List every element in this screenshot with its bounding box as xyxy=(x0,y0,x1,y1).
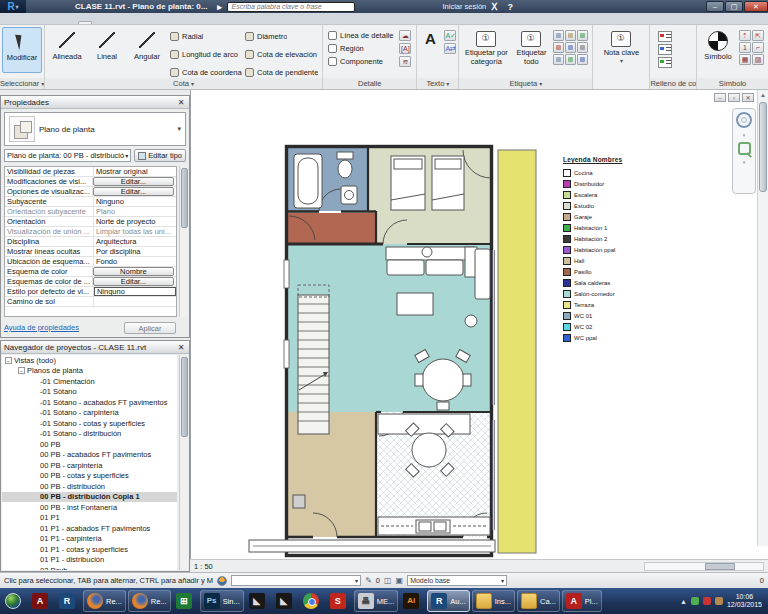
tree-item[interactable]: 01 P1 - cotas y superficies xyxy=(2,544,177,555)
property-row[interactable]: Orientación subyacente Plano xyxy=(5,207,176,217)
tag-tool-icon[interactable] xyxy=(553,42,564,53)
tag-tool-icon[interactable] xyxy=(565,30,576,41)
taskbar-item[interactable]: A Pl... xyxy=(562,590,602,612)
panel-label-simbolo[interactable]: Símbolo xyxy=(697,78,768,89)
detail-group-icon[interactable]: [A] xyxy=(399,43,411,54)
view-control-icon[interactable] xyxy=(272,561,283,571)
tray-volume-icon[interactable] xyxy=(703,597,711,605)
minimize-button[interactable]: – xyxy=(706,1,724,12)
find-replace-icon[interactable]: A⇄ xyxy=(444,43,456,54)
property-value[interactable]: Editar... xyxy=(93,177,174,186)
taskbar-item[interactable]: ◣ xyxy=(273,590,298,612)
property-row[interactable]: Modificaciones de visi... Editar... xyxy=(5,177,176,187)
clock[interactable]: 10:06 12/03/2015 xyxy=(727,593,762,609)
taskbar-item[interactable]: ◣ xyxy=(246,590,271,612)
property-row[interactable]: Esquemas de color de ... Editar... xyxy=(5,277,176,287)
tag-tool-icon[interactable] xyxy=(553,30,564,41)
property-row[interactable]: Orientación Norte de proyecto xyxy=(5,217,176,227)
tree-item[interactable]: 01 P1 - distribución xyxy=(2,555,177,566)
dimension-small-tool[interactable]: Longitud de arco xyxy=(170,50,242,59)
tray-expand-icon[interactable]: ▲ xyxy=(680,598,687,605)
view-restore-icon[interactable]: ▫ xyxy=(728,93,740,102)
tree-item[interactable]: 00 PB - distribución Copia 1 xyxy=(2,492,177,503)
tree-item[interactable]: − Planos de planta xyxy=(2,366,177,377)
ribbon-tab[interactable] xyxy=(78,21,92,24)
ribbon-tab[interactable] xyxy=(116,22,128,24)
ribbon-tab[interactable] xyxy=(104,22,116,24)
area-icon[interactable]: 1 xyxy=(739,42,751,53)
panel-label-texto[interactable]: Texto xyxy=(417,78,458,89)
search-input[interactable] xyxy=(227,2,355,12)
worksets-icon[interactable] xyxy=(217,576,227,586)
dimension-small-tool[interactable]: Radial xyxy=(170,32,242,41)
view-control-icon[interactable] xyxy=(324,561,335,571)
ribbon-tab[interactable] xyxy=(42,22,54,24)
tag-tool-icon[interactable] xyxy=(577,42,588,53)
panel-label-cota[interactable]: Cota xyxy=(45,78,322,89)
tag-tool-icon[interactable] xyxy=(553,54,564,65)
properties-help-link[interactable]: Ayuda de propiedades xyxy=(4,323,79,332)
view-minimize-icon[interactable]: ‒ xyxy=(714,93,726,102)
text-tool-button[interactable]: A xyxy=(419,27,441,78)
ribbon-tab[interactable] xyxy=(164,22,176,24)
property-value[interactable]: Por disciplina xyxy=(94,247,176,256)
scrollbar-thumb[interactable] xyxy=(181,357,188,437)
tree-expander[interactable]: − xyxy=(5,357,12,364)
color-fill-legend-icon[interactable] xyxy=(658,57,672,68)
zoom-icon[interactable] xyxy=(738,142,751,155)
keynote-button[interactable]: Nota clave ▾ xyxy=(595,27,647,78)
view-scale[interactable]: 1 : 50 xyxy=(194,562,213,571)
main-model-icon[interactable]: ▣ xyxy=(396,576,404,585)
spell-check-icon[interactable]: A✓ xyxy=(444,30,456,41)
dimension-tool-button[interactable]: Angular xyxy=(127,27,167,78)
type-selector[interactable]: Plano de planta ▾ xyxy=(4,112,186,146)
tree-item[interactable]: 00 PB - acabados FT pavimentos xyxy=(2,450,177,461)
panel-label-relleno[interactable]: Relleno de color xyxy=(650,78,696,89)
property-value[interactable]: Nombre xyxy=(93,267,174,276)
ribbon-tab[interactable] xyxy=(152,22,164,24)
scrollbar-thumb[interactable] xyxy=(759,102,767,192)
tree-item[interactable]: -01 Sótano - acabados FT pavimentos xyxy=(2,397,177,408)
maximize-button[interactable]: ▢ xyxy=(725,1,743,12)
properties-header[interactable]: Propiedades ✕ xyxy=(1,96,189,109)
property-row[interactable]: Mostrar líneas ocultas Por disciplina xyxy=(5,247,176,257)
view-control-icon[interactable] xyxy=(350,561,361,571)
property-row[interactable]: Esquema de color Nombre xyxy=(5,267,176,277)
tree-item[interactable]: -01 Cimentación xyxy=(2,376,177,387)
canvas-vertical-scrollbar[interactable]: ▲ xyxy=(757,90,768,546)
detail-tool[interactable]: Línea de detalle xyxy=(328,31,393,40)
view-close-icon[interactable]: ✕ xyxy=(742,93,754,102)
taskbar-item[interactable]: Re... xyxy=(83,590,126,612)
dimension-tool-button[interactable]: Lineal xyxy=(87,27,127,78)
insulation-icon[interactable]: ≋ xyxy=(399,56,411,67)
duct-legend-icon[interactable] xyxy=(658,31,672,42)
property-value[interactable]: Editar... xyxy=(93,277,174,286)
multi-rebar-icon[interactable]: ▨ xyxy=(752,54,764,65)
panel-label-detalle[interactable]: Detalle xyxy=(323,78,416,89)
view-control-icon[interactable] xyxy=(298,561,309,571)
view-control-icon[interactable] xyxy=(246,561,257,571)
tag-all-button[interactable]: Etiquetar todo xyxy=(511,27,551,78)
scrollbar-thumb[interactable] xyxy=(705,563,735,570)
property-value[interactable]: Norte de proyecto xyxy=(94,217,176,226)
tree-item[interactable]: -01 Sótano - distribución xyxy=(2,429,177,440)
ribbon-tab[interactable] xyxy=(140,22,152,24)
view-control-icon[interactable] xyxy=(220,561,231,571)
rebar-icon[interactable]: ▦ xyxy=(739,54,751,65)
scroll-up-arrow[interactable]: ▲ xyxy=(758,90,768,101)
tree-item[interactable]: 01 P1 - acabados FT pavimentos xyxy=(2,523,177,534)
property-value[interactable]: Editar... xyxy=(93,187,174,196)
tree-item[interactable]: 02 Pcub xyxy=(2,565,177,570)
panel-label-etiqueta[interactable]: Etiqueta xyxy=(459,78,592,89)
property-value[interactable]: Arquitectura xyxy=(94,237,176,246)
drawing-area[interactable]: Leyenda Nombres Cocina Distribuidor Esca… xyxy=(190,90,768,559)
browser-scrollbar[interactable] xyxy=(179,355,188,570)
property-value[interactable]: Ninguno xyxy=(94,197,176,206)
view-control-icon[interactable] xyxy=(285,561,296,571)
tree-item[interactable]: 00 PB - cotas y superficies xyxy=(2,471,177,482)
property-row[interactable]: Ubicación de esquema... Fondo xyxy=(5,257,176,267)
view-control-icon[interactable] xyxy=(259,561,270,571)
tree-item[interactable]: -01 Sótano - cotas y superficies xyxy=(2,418,177,429)
taskbar-item[interactable] xyxy=(300,590,325,612)
ribbon-tab[interactable] xyxy=(66,22,78,24)
